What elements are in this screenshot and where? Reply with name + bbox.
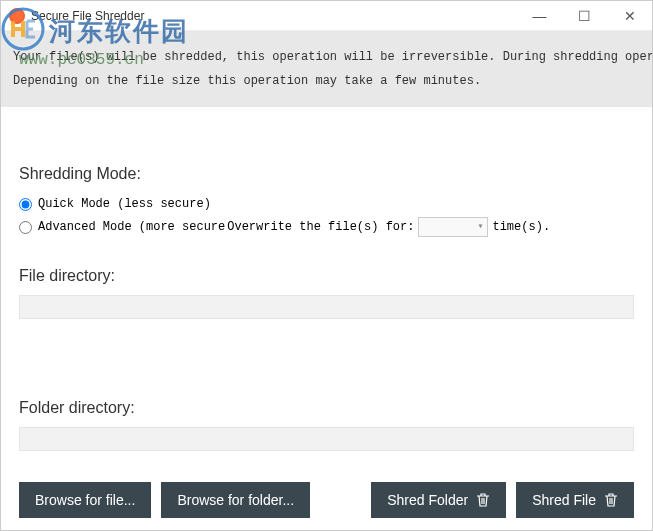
titlebar: Secure File Shredder — ☐ ✕ <box>1 1 652 31</box>
browse-folder-button[interactable]: Browse for folder... <box>161 482 310 518</box>
shredding-mode-heading: Shredding Mode: <box>19 165 634 183</box>
info-banner: Your file(s) will be shredded, this oper… <box>1 31 652 107</box>
quick-mode-label: Quick Mode (less secure) <box>38 197 211 211</box>
browse-file-label: Browse for file... <box>35 492 135 508</box>
browse-folder-label: Browse for folder... <box>177 492 294 508</box>
advanced-mode-mid: Overwrite the file(s) for: <box>227 220 414 234</box>
file-directory-label: File directory: <box>19 267 634 285</box>
shred-file-label: Shred File <box>532 492 596 508</box>
main-content: Shredding Mode: Quick Mode (less secure)… <box>1 107 652 461</box>
advanced-mode-radio[interactable] <box>19 221 32 234</box>
maximize-button[interactable]: ☐ <box>562 1 607 31</box>
folder-directory-input[interactable] <box>19 427 634 451</box>
file-directory-input[interactable] <box>19 295 634 319</box>
window-controls: — ☐ ✕ <box>517 1 652 30</box>
overwrite-count-combo[interactable] <box>418 217 488 237</box>
trash-icon <box>604 492 618 508</box>
close-button[interactable]: ✕ <box>607 1 652 31</box>
trash-icon <box>476 492 490 508</box>
app-icon <box>9 8 25 24</box>
quick-mode-radio[interactable] <box>19 198 32 211</box>
advanced-mode-prefix: Advanced Mode (more secure <box>38 220 225 234</box>
folder-directory-label: Folder directory: <box>19 399 634 417</box>
info-line-2: Depending on the file size this operatio… <box>13 69 640 93</box>
button-bar: Browse for file... Browse for folder... … <box>19 482 634 518</box>
advanced-mode-suffix: time(s). <box>492 220 550 234</box>
window-title: Secure File Shredder <box>31 9 517 23</box>
quick-mode-row[interactable]: Quick Mode (less secure) <box>19 197 634 211</box>
advanced-mode-row[interactable]: Advanced Mode (more secure Overwrite the… <box>19 217 634 237</box>
shred-file-button[interactable]: Shred File <box>516 482 634 518</box>
browse-file-button[interactable]: Browse for file... <box>19 482 151 518</box>
minimize-button[interactable]: — <box>517 1 562 31</box>
shred-folder-button[interactable]: Shred Folder <box>371 482 506 518</box>
shred-folder-label: Shred Folder <box>387 492 468 508</box>
info-line-1: Your file(s) will be shredded, this oper… <box>13 45 640 69</box>
